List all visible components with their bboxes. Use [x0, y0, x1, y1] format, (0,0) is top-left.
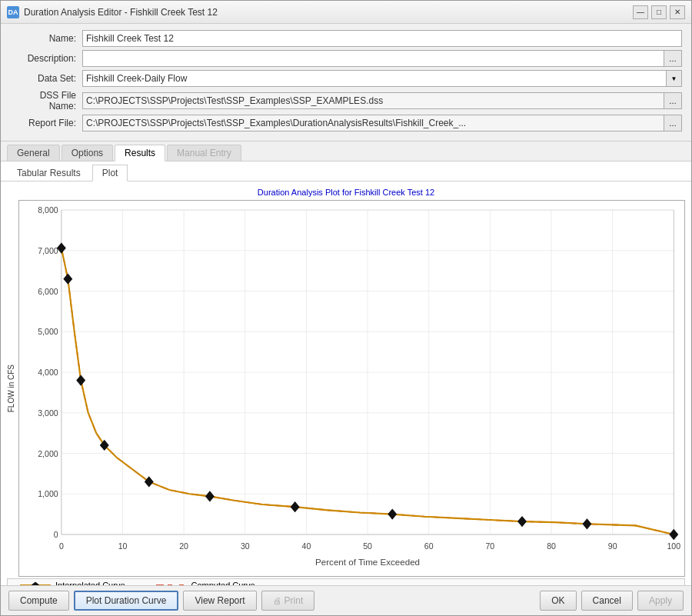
dataset-label: Data Set: [10, 73, 79, 84]
form-area: Name: Description: … Data Set: Fishkill … [1, 24, 691, 142]
svg-text:8,000: 8,000 [38, 205, 58, 215]
report-browse-button[interactable]: … [664, 115, 682, 132]
description-label: Description: [10, 53, 79, 64]
tab-manual-entry: Manual Entry [167, 145, 241, 161]
subtab-plot[interactable]: Plot [92, 165, 128, 181]
dss-label: DSS File Name: [10, 90, 79, 112]
report-row: Report File: … [10, 115, 682, 132]
description-field-container: … [82, 50, 682, 67]
report-input [82, 115, 664, 132]
svg-text:0: 0 [59, 541, 64, 551]
chart-svg: 8,000 7,000 6,000 5,000 4,000 3,000 2,00… [19, 201, 684, 576]
print-button: 🖨 Print [261, 591, 315, 611]
view-report-button[interactable]: View Report [183, 591, 256, 611]
svg-text:0: 0 [54, 530, 58, 539]
legend-computed: Computed Curve [156, 579, 255, 585]
window-controls: — □ ✕ [633, 5, 685, 19]
subtabs: Tabular Results Plot [1, 161, 691, 181]
close-button[interactable]: ✕ [670, 5, 685, 19]
legend-computed-icon [156, 579, 187, 585]
name-label: Name: [10, 33, 79, 44]
cancel-button[interactable]: Cancel [581, 591, 633, 611]
svg-text:50: 50 [363, 541, 372, 551]
legend-bar: Interpolated Curve Computed Curve [7, 578, 685, 585]
tab-general[interactable]: General [7, 145, 60, 161]
svg-text:100: 100 [667, 541, 680, 551]
svg-text:40: 40 [302, 541, 311, 551]
svg-text:80: 80 [547, 541, 556, 551]
description-browse-button[interactable]: … [664, 50, 682, 67]
svg-text:2,000: 2,000 [38, 449, 58, 458]
description-row: Description: … [10, 50, 682, 67]
svg-text:Percent of Time Exceeded: Percent of Time Exceeded [315, 557, 420, 567]
svg-text:10: 10 [118, 541, 128, 551]
chart-title: Duration Analysis Plot for Fishkill Cree… [7, 188, 685, 197]
report-field-container: … [82, 115, 682, 132]
svg-text:20: 20 [179, 541, 188, 551]
apply-button[interactable]: Apply [637, 591, 684, 611]
svg-text:5,000: 5,000 [38, 327, 58, 336]
dss-input [82, 92, 664, 109]
tab-options[interactable]: Options [62, 145, 113, 161]
legend-interpolated: Interpolated Curve [20, 579, 125, 585]
dataset-select-container: Fishkill Creek-Daily Flow ▼ [82, 70, 682, 87]
dataset-dropdown-arrow[interactable]: ▼ [667, 70, 682, 87]
minimize-button[interactable]: — [633, 5, 648, 19]
chart-container: Duration Analysis Plot for Fishkill Cree… [1, 181, 691, 585]
title-bar: DA Duration Analysis Editor - Fishkill C… [1, 1, 691, 24]
tab-results[interactable]: Results [115, 145, 165, 161]
svg-text:30: 30 [241, 541, 250, 551]
plot-duration-button[interactable]: Plot Duration Curve [74, 591, 179, 611]
chart-area: 8,000 7,000 6,000 5,000 4,000 3,000 2,00… [18, 200, 685, 577]
svg-text:3,000: 3,000 [38, 408, 58, 418]
dataset-select[interactable]: Fishkill Creek-Daily Flow [82, 70, 667, 87]
y-axis-label: FLOW in CFS [7, 200, 15, 577]
svg-text:4,000: 4,000 [38, 368, 58, 377]
main-tabs: General Options Results Manual Entry [1, 142, 691, 161]
app-icon: DA [7, 6, 19, 18]
ok-button[interactable]: OK [540, 591, 576, 611]
name-row: Name: [10, 30, 682, 47]
svg-text:7,000: 7,000 [38, 246, 58, 255]
dataset-row: Data Set: Fishkill Creek-Daily Flow ▼ [10, 70, 682, 87]
chart-wrapper: FLOW in CFS [7, 200, 685, 577]
maximize-button[interactable]: □ [651, 5, 667, 19]
name-input[interactable] [82, 30, 682, 47]
bottom-bar: Compute Plot Duration Curve View Report … [1, 585, 691, 615]
window-title: Duration Analysis Editor - Fishkill Cree… [24, 7, 628, 18]
legend-interpolated-icon [20, 579, 51, 585]
svg-text:60: 60 [424, 541, 434, 551]
dss-field-container: … [82, 92, 682, 109]
svg-text:70: 70 [485, 541, 494, 551]
report-label: Report File: [10, 118, 79, 128]
svg-text:90: 90 [608, 541, 617, 551]
svg-text:1,000: 1,000 [38, 489, 58, 498]
subtab-tabular[interactable]: Tabular Results [7, 165, 91, 181]
dss-row: DSS File Name: … [10, 90, 682, 112]
print-icon: 🖨 [273, 596, 281, 605]
main-window: DA Duration Analysis Editor - Fishkill C… [0, 0, 692, 616]
svg-text:6,000: 6,000 [38, 287, 58, 296]
description-input[interactable] [82, 50, 664, 67]
dss-browse-button[interactable]: … [664, 92, 682, 109]
compute-button[interactable]: Compute [8, 591, 69, 611]
